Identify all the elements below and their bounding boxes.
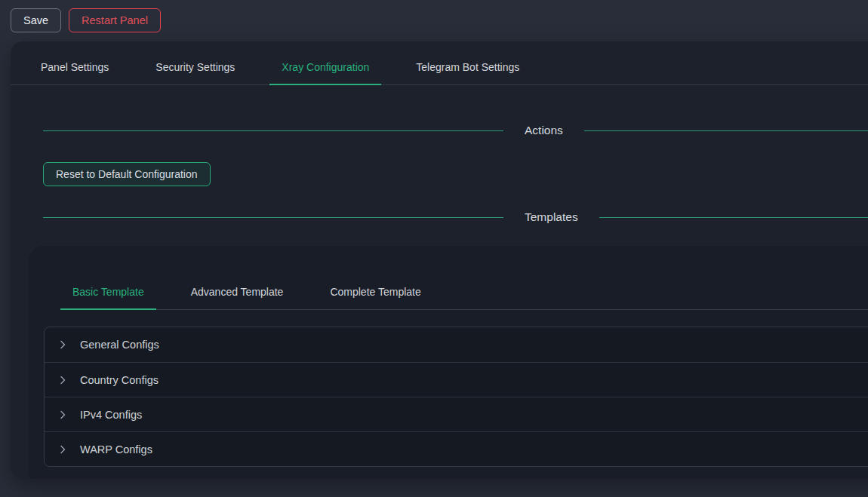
reset-default-configuration-button[interactable]: Reset to Default Configuration	[43, 162, 211, 186]
chevron-right-icon	[57, 410, 68, 420]
divider-line	[599, 217, 868, 218]
chevron-right-icon	[57, 339, 68, 350]
tab-basic-template[interactable]: Basic Template	[60, 286, 156, 309]
collapse-label: Country Configs	[80, 374, 159, 386]
actions-divider: Actions	[43, 124, 868, 137]
chevron-right-icon	[57, 444, 68, 455]
templates-divider-title: Templates	[525, 210, 578, 224]
collapse-warp-configs[interactable]: WARP Configs	[45, 431, 868, 466]
save-button[interactable]: Save	[11, 8, 61, 32]
templates-divider: Templates	[43, 210, 868, 224]
topbar: Save Restart Panel	[0, 0, 868, 35]
template-tab-bar: Basic Template Advanced Template Complet…	[60, 246, 868, 310]
collapse-label: WARP Configs	[80, 443, 152, 456]
settings-tab-bar: Panel Settings Security Settings Xray Co…	[11, 41, 868, 85]
collapse-ipv4-configs[interactable]: IPv4 Configs	[45, 397, 868, 431]
tab-advanced-template[interactable]: Advanced Template	[179, 286, 296, 309]
tab-telegram-bot-settings[interactable]: Telegram Bot Settings	[404, 61, 531, 84]
templates-card: Basic Template Advanced Template Complet…	[29, 246, 868, 479]
collapse-general-configs[interactable]: General Configs	[45, 327, 868, 362]
chevron-right-icon	[57, 375, 68, 385]
config-collapse-list: General Configs Country Configs IPv4 Con…	[44, 327, 868, 467]
collapse-label: IPv4 Configs	[80, 409, 142, 421]
divider-line	[43, 217, 503, 218]
tab-security-settings[interactable]: Security Settings	[143, 61, 247, 84]
tab-complete-template[interactable]: Complete Template	[318, 286, 432, 309]
collapse-country-configs[interactable]: Country Configs	[45, 362, 868, 397]
settings-card: Panel Settings Security Settings Xray Co…	[11, 41, 868, 479]
divider-line	[43, 130, 503, 131]
actions-divider-title: Actions	[525, 124, 563, 137]
tab-panel-settings[interactable]: Panel Settings	[29, 61, 121, 84]
divider-line	[584, 130, 868, 131]
tab-xray-configuration[interactable]: Xray Configuration	[269, 61, 381, 84]
restart-panel-button[interactable]: Restart Panel	[69, 8, 161, 32]
collapse-label: General Configs	[80, 339, 159, 351]
